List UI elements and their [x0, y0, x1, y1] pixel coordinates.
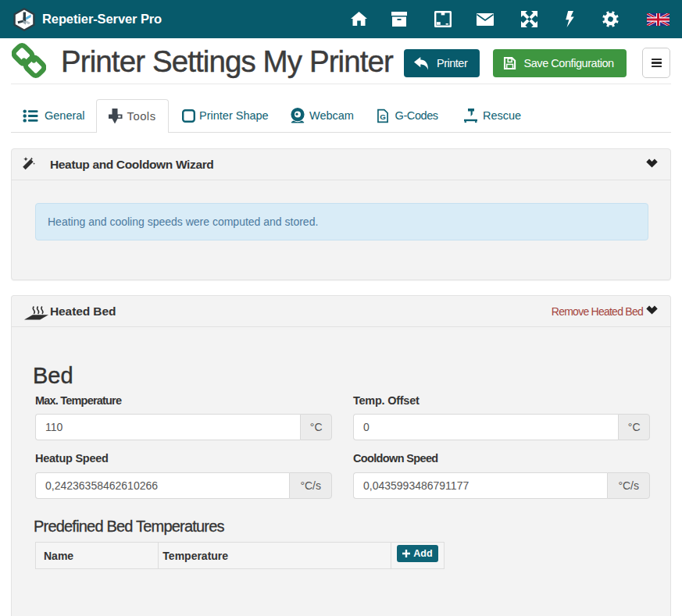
svg-text:G: G	[380, 112, 386, 120]
